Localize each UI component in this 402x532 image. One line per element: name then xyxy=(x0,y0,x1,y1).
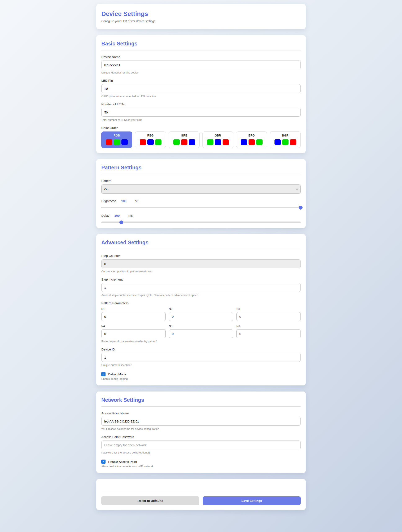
param-n4-label: N4 xyxy=(101,324,166,328)
enable-ap-label: Enable Access Point xyxy=(108,460,137,463)
basic-settings-heading: Basic Settings xyxy=(101,41,301,47)
led-pin-help: GPIO pin number connected to LED data li… xyxy=(101,95,301,98)
color-swatch-green xyxy=(173,139,180,145)
num-leds-input[interactable] xyxy=(101,108,301,117)
ap-name-help: WiFi access point name for device config… xyxy=(101,427,301,431)
param-n5-label: N5 xyxy=(169,324,233,328)
pattern-settings-heading: Pattern Settings xyxy=(101,165,301,171)
color-swatch-green xyxy=(155,139,161,145)
param-n3: N3 xyxy=(236,307,301,321)
enable-ap-checkbox[interactable]: ✓ xyxy=(101,460,106,464)
section-divider xyxy=(101,174,301,174)
step-increment-label: Step Increment xyxy=(101,278,301,281)
pattern-select-wrap: On xyxy=(101,184,301,194)
reset-button[interactable]: Reset to Defaults xyxy=(101,496,199,505)
swatch-row xyxy=(270,139,300,145)
actions-button-row: Reset to Defaults Save Settings xyxy=(101,496,301,505)
brightness-unit: % xyxy=(135,199,138,203)
delay-slider-thumb[interactable] xyxy=(119,221,123,224)
basic-settings-card: Basic Settings Device Name Unique identi… xyxy=(96,35,306,153)
checkmark-icon: ✓ xyxy=(102,460,105,463)
delay-label: Delay xyxy=(101,214,109,217)
step-increment-input[interactable] xyxy=(101,283,301,292)
step-counter-help: Current step position in pattern (read-o… xyxy=(101,270,301,273)
color-swatch-red xyxy=(290,139,296,145)
debug-mode-checkbox[interactable]: ✓ xyxy=(101,372,106,376)
led-pin-group: LED Pin GPIO pin number connected to LED… xyxy=(101,79,301,98)
device-id-input[interactable] xyxy=(101,353,301,362)
delay-slider[interactable] xyxy=(101,222,301,223)
param-n4-input[interactable] xyxy=(101,329,166,338)
pattern-label: Pattern xyxy=(101,179,301,183)
param-n4: N4 xyxy=(101,324,166,338)
debug-mode-help: Enable debug logging xyxy=(101,377,301,380)
param-n6-label: N6 xyxy=(236,324,301,328)
enable-ap-row: ✓ Enable Access Point xyxy=(101,460,301,464)
ap-password-group: Access Point Password Password for the a… xyxy=(101,435,301,454)
network-settings-heading: Network Settings xyxy=(101,397,301,403)
brightness-value: 100 xyxy=(121,199,127,203)
debug-mode-label: Debug Mode xyxy=(108,373,126,376)
pattern-params-grid: N1 N2 N3 N4 N5 xyxy=(101,307,301,338)
device-name-help: Unique identifier for this device xyxy=(101,71,301,74)
color-swatch-red xyxy=(106,139,112,145)
swatch-row xyxy=(236,139,267,145)
param-n6-input[interactable] xyxy=(236,329,301,338)
step-increment-help: Amount step counter increments per cycle… xyxy=(101,293,301,297)
brightness-group: Brightness 100 % xyxy=(101,199,301,208)
save-button[interactable]: Save Settings xyxy=(203,496,301,505)
color-swatch-blue xyxy=(121,139,128,145)
color-order-button-grb[interactable]: GRB xyxy=(169,132,199,148)
pattern-select[interactable]: On xyxy=(101,184,301,194)
device-id-group: Device ID Unique numeric identifier xyxy=(101,348,301,367)
section-divider xyxy=(101,50,301,51)
device-id-label: Device ID xyxy=(101,348,301,351)
color-order-button-label: BGR xyxy=(270,134,300,137)
param-n6: N6 xyxy=(236,324,301,338)
param-n5-input[interactable] xyxy=(169,329,233,338)
pattern-group: Pattern On xyxy=(101,179,301,194)
color-swatch-blue xyxy=(189,139,195,145)
color-swatch-green xyxy=(114,139,120,145)
color-order-button-rbg[interactable]: RBG xyxy=(135,132,166,148)
ap-name-input[interactable] xyxy=(101,417,301,426)
pattern-params-group: Pattern Parameters N1 N2 N3 N4 xyxy=(101,301,301,343)
enable-ap-help: Allow device to create its own WiFi netw… xyxy=(101,465,301,468)
color-order-button-brg[interactable]: BRG xyxy=(236,132,267,148)
param-n2-input[interactable] xyxy=(169,312,233,321)
settings-page: Device Settings Configure your LED drive… xyxy=(96,0,306,520)
ap-password-input[interactable] xyxy=(101,441,301,449)
page-subtitle: Configure your LED driver device setting… xyxy=(101,19,301,23)
delay-value: 100 xyxy=(114,214,120,217)
status-message-area xyxy=(101,484,301,491)
device-name-group: Device Name Unique identifier for this d… xyxy=(101,55,301,74)
delay-group: Delay 100 ms xyxy=(101,214,301,223)
step-counter-label: Step Counter xyxy=(101,254,301,258)
step-increment-group: Step Increment Amount step counter incre… xyxy=(101,278,301,297)
color-order-button-rgb[interactable]: RGB xyxy=(101,132,132,148)
led-pin-input[interactable] xyxy=(101,84,301,93)
param-n1-input[interactable] xyxy=(101,312,166,321)
color-swatch-green xyxy=(282,139,288,145)
num-leds-label: Number of LEDs xyxy=(101,102,301,106)
brightness-slider[interactable] xyxy=(101,207,301,208)
swatch-row xyxy=(169,139,199,145)
param-n3-input[interactable] xyxy=(236,312,301,321)
section-divider xyxy=(101,406,301,407)
swatch-row xyxy=(135,139,166,145)
color-swatch-red xyxy=(181,139,187,145)
device-name-input[interactable] xyxy=(101,61,301,69)
param-n5: N5 xyxy=(169,324,233,338)
brightness-slider-thumb[interactable] xyxy=(299,206,303,209)
color-swatch-blue xyxy=(215,139,221,145)
delay-unit: ms xyxy=(128,214,133,217)
swatch-row xyxy=(203,139,233,145)
color-swatch-red xyxy=(223,139,229,145)
debug-mode-row: ✓ Debug Mode xyxy=(101,372,301,376)
actions-card: Reset to Defaults Save Settings xyxy=(96,479,306,510)
color-order-label: Color Order xyxy=(101,126,301,130)
num-leds-help: Total number of LEDs in your strip xyxy=(101,118,301,121)
color-order-button-bgr[interactable]: BGR xyxy=(270,132,301,148)
advanced-settings-card: Advanced Settings Step Counter Current s… xyxy=(96,234,306,386)
color-order-button-gbr[interactable]: GBR xyxy=(203,132,233,148)
